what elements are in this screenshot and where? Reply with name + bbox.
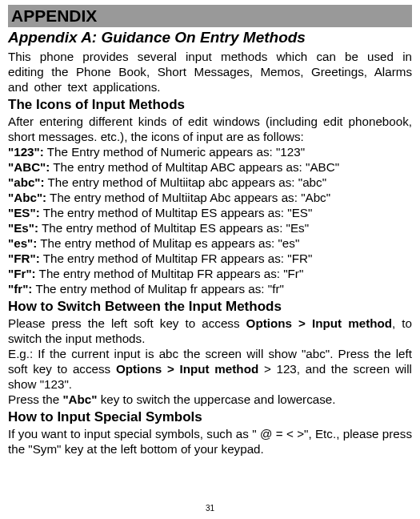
switch-p2: E.g.: If the current input is abc the sc… xyxy=(8,346,412,392)
icon-desc: The entry method of Multitap FR appears … xyxy=(36,267,304,280)
icon-label: "Es": xyxy=(8,221,38,235)
page-number: 31 xyxy=(0,504,420,513)
abc-bold: "Abc" xyxy=(62,392,97,406)
icon-desc: The entry method of Multitap ABC appears… xyxy=(50,160,339,174)
icon-item-FR: "FR": The entry method of Multitap FR ap… xyxy=(8,251,412,266)
text: Press the xyxy=(8,392,62,406)
switch-p3: Press the "Abc" key to switch the upperc… xyxy=(8,392,412,407)
text: Please press the left soft key to access xyxy=(8,316,246,330)
icon-desc: The entry method of Mulitap es appears a… xyxy=(37,236,299,250)
options-bold: Options > Input method xyxy=(246,316,392,330)
icon-label: "abc": xyxy=(8,175,45,189)
icon-label: "Fr": xyxy=(8,267,36,280)
icons-heading: The Icons of Input Methods xyxy=(8,97,412,113)
text: key to switch the uppercase and lowercas… xyxy=(97,392,335,406)
icon-label: "123": xyxy=(8,145,44,159)
options-bold: Options > Input method xyxy=(116,362,258,376)
symbols-paragraph: If you want to input special symbols, su… xyxy=(8,426,412,457)
icon-item-Es: "Es": The entry method of Multitap ES ap… xyxy=(8,220,412,235)
icon-desc: The entry method of Multitap ES appears … xyxy=(38,221,309,235)
icon-item-es: "es": The entry method of Mulitap es app… xyxy=(8,235,412,251)
icon-label: "es": xyxy=(8,236,37,250)
icon-desc: The entry method of Multitap FR appears … xyxy=(40,251,313,265)
icon-item-Abc: "Abc": The entry method of Multiitap Abc… xyxy=(8,190,412,205)
appendix-header: APPENDIX xyxy=(8,5,412,27)
icon-label: "ES": xyxy=(8,206,40,219)
appendix-a-subheading: Appendix A: Guidance On Entry Methods xyxy=(8,29,412,46)
icon-desc: The entry method of Multiitap Abc appear… xyxy=(46,191,330,204)
icon-item-Fr: "Fr": The entry method of Multitap FR ap… xyxy=(8,266,412,281)
icon-item-abc: "abc": The entry method of Multiitap abc… xyxy=(8,175,412,190)
icon-desc: The entry method of Multiitap abc appear… xyxy=(45,175,326,189)
icon-label: "FR": xyxy=(8,251,40,265)
switch-heading: How to Switch Between the Input Methods xyxy=(8,299,412,315)
intro-paragraph: This phone provides several input method… xyxy=(8,49,412,95)
icon-desc: The entry method of Multitap ES appears … xyxy=(40,206,313,219)
icon-item-ABC: "ABC": The entry method of Multitap ABC … xyxy=(8,159,412,175)
page-title: APPENDIX xyxy=(11,6,409,26)
icon-desc: The Entry method of Numeric appears as: … xyxy=(44,145,305,159)
icon-desc: The entry method of Mulitap fr appears a… xyxy=(32,282,283,296)
switch-p1: Please press the left soft key to access… xyxy=(8,316,412,346)
icon-item-ES: "ES": The entry method of Multitap ES ap… xyxy=(8,205,412,220)
icon-label: "ABC": xyxy=(8,160,50,174)
icon-label: "fr": xyxy=(8,282,32,296)
icon-item-123: "123": The Entry method of Numeric appea… xyxy=(8,144,412,159)
icon-label: "Abc": xyxy=(8,191,46,204)
icons-lead: After entering different kinds of edit w… xyxy=(8,114,412,144)
symbols-heading: How to Input Special Symbols xyxy=(8,409,412,425)
icon-item-fr: "fr": The entry method of Mulitap fr app… xyxy=(8,281,412,296)
